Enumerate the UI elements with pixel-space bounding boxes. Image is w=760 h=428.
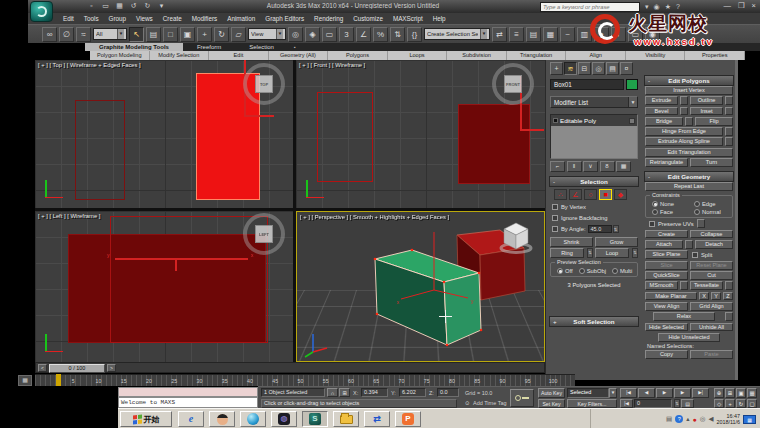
ring-spinner[interactable]: ⇅ <box>587 248 593 258</box>
preview-subobj-radio[interactable]: SubObj <box>579 268 606 274</box>
bevel-button[interactable]: Bevel <box>645 107 678 116</box>
menu-tools[interactable]: Tools <box>79 15 104 22</box>
hinge-from-edge-button[interactable]: Hinge From Edge <box>645 127 723 136</box>
unhide-all-button[interactable]: Unhide All <box>690 323 733 332</box>
constraint-normal-radio[interactable]: Normal <box>694 209 730 215</box>
current-frame-field[interactable]: 0 <box>634 399 672 409</box>
viewcube[interactable]: TOP <box>243 63 285 105</box>
key-filters-button[interactable]: Key Filters... <box>567 399 617 409</box>
modifier-stack[interactable]: Editable Poly <box>550 114 638 159</box>
ribbon-panel-subdivision[interactable]: Subdivision <box>447 51 507 60</box>
maximize-viewport-icon[interactable]: ▢ <box>747 399 757 409</box>
snaps-toggle-icon[interactable]: 3 <box>339 27 354 42</box>
y-button[interactable]: Y <box>711 292 721 301</box>
viewcube-face[interactable]: FRONT <box>504 75 522 93</box>
ribbon-panel-align[interactable]: Align <box>566 51 626 60</box>
ribbon-panel-modify-selection[interactable]: Modify Selection <box>150 51 210 60</box>
make-unique-icon[interactable]: ∨ <box>583 161 598 172</box>
new-scene-icon[interactable]: ▫ <box>86 1 97 11</box>
menu-animation[interactable]: Animation <box>222 15 260 22</box>
undo-icon[interactable]: ↺ <box>128 1 139 11</box>
layer-manager-icon[interactable]: ▤ <box>526 27 541 42</box>
input-method-icon[interactable]: ▦ <box>743 415 756 424</box>
viewport-front-label[interactable]: [ + ] [ Front ] [ Wireframe ] <box>299 62 365 68</box>
viewcube-face[interactable]: TOP <box>255 75 273 93</box>
object-color-swatch[interactable] <box>626 79 638 90</box>
hide-selected-button[interactable]: Hide Selected <box>645 323 688 332</box>
menu-modifiers[interactable]: Modifiers <box>187 15 223 22</box>
loop-spinner[interactable]: ⇅ <box>632 248 638 258</box>
mini-trackview-icon[interactable]: ▦ <box>18 375 32 386</box>
cd-tray-icon[interactable]: ◎ <box>700 415 706 423</box>
ribbon-panel-polygon-modeling[interactable]: Polygon Modeling <box>90 51 150 60</box>
chevron-down-icon[interactable]: ▼ <box>609 388 617 398</box>
soft-selection-rollout-header[interactable]: + Soft Selection <box>549 316 639 327</box>
dark-app-taskbar-icon[interactable]: ◍ <box>271 411 297 427</box>
grow-button[interactable]: Grow <box>595 237 638 247</box>
selection-lock-toggle[interactable]: ∩ <box>327 388 338 397</box>
edit-polygons-rollout-header[interactable]: - Edit Polygons <box>644 75 734 86</box>
viewcube-face[interactable]: LEFT <box>255 225 273 243</box>
select-by-name-icon[interactable]: ▤ <box>146 27 161 42</box>
select-and-scale-icon[interactable]: ▱ <box>231 27 246 42</box>
inset-settings-button[interactable] <box>725 107 733 116</box>
globe-taskbar-icon[interactable] <box>240 411 266 427</box>
cut-button[interactable]: Cut <box>690 271 733 280</box>
3dsmax-taskbar-icon[interactable]: S <box>302 411 328 427</box>
detach-button[interactable]: Detach <box>695 240 733 249</box>
auto-key-button[interactable]: Auto Key <box>538 388 565 398</box>
help-tray-icon[interactable]: ? <box>675 415 683 423</box>
ribbon-panel-loops[interactable]: Loops <box>388 51 448 60</box>
ribbon-tab-graphite-modeling-tools[interactable]: Graphite Modeling Tools <box>85 43 183 51</box>
pin-stack-icon[interactable]: ⌐ <box>550 161 565 172</box>
command-panel-scrollbar[interactable] <box>735 60 738 380</box>
open-file-icon[interactable]: ▭ <box>100 1 111 11</box>
by-angle-spinner[interactable]: ⇅ <box>613 225 619 233</box>
flip-button[interactable]: Flip <box>695 117 733 126</box>
polygon-subobject-icon[interactable]: ■ <box>599 189 612 200</box>
zoom-extents-all-icon[interactable]: ▦ <box>747 388 757 398</box>
y-coordinate-field[interactable]: 6.202 <box>399 388 426 397</box>
printer-tray-icon[interactable]: ▤ <box>666 415 672 423</box>
msmooth-button[interactable]: MSmooth <box>645 281 678 290</box>
outline-settings-button[interactable] <box>725 96 733 105</box>
outline-button[interactable]: Outline <box>690 96 723 105</box>
viewport-top-label[interactable]: [ + ] [ Top ] [ Wireframe + Edged Faces … <box>38 62 141 68</box>
window-crossing-icon[interactable]: ▣ <box>180 27 195 42</box>
show-end-result-icon[interactable]: ‖ <box>567 161 582 172</box>
extrude-along-spline-settings-button[interactable] <box>725 137 733 146</box>
remove-modifier-icon[interactable]: 8 <box>600 161 615 172</box>
configure-modifier-sets-icon[interactable]: ▦ <box>616 161 631 172</box>
reference-coordinate-dropdown[interactable]: View▼ <box>248 28 286 40</box>
zoom-icon[interactable]: ⊕ <box>714 388 724 398</box>
viewport-front[interactable]: [ + ] [ Front ] [ Wireframe ] FRONT <box>296 60 545 208</box>
ribbon-panel-geometry-all[interactable]: Geometry (All) <box>269 51 329 60</box>
ie-taskbar-icon[interactable]: e <box>178 411 204 427</box>
track-bar[interactable]: 5101520253035404550556065707580859095100 <box>35 374 575 386</box>
collapse-button[interactable]: Collapse <box>690 230 733 239</box>
time-configuration-icon[interactable]: ▤ <box>681 399 694 409</box>
shrink-button[interactable]: Shrink <box>550 237 593 247</box>
add-time-tag[interactable]: Add Time Tag <box>473 400 507 406</box>
z-coordinate-field[interactable]: 0.0 <box>437 388 459 397</box>
select-object-icon[interactable]: ↖ <box>129 27 144 42</box>
restore-button[interactable]: ❐ <box>738 1 745 11</box>
slice-plane-button[interactable]: Slice Plane <box>645 250 688 259</box>
box-wireframe[interactable] <box>317 92 373 182</box>
named-selection-sets-icon[interactable]: {} <box>407 27 422 42</box>
insert-vertex-button[interactable]: Insert Vertex <box>645 86 733 95</box>
display-tab-icon[interactable]: ▤ <box>606 62 619 75</box>
viewport-perspective[interactable]: [ + ] [ Perspective ] [ Smooth + Highlig… <box>296 211 545 362</box>
make-planar-button[interactable]: Make Planar <box>645 292 697 301</box>
repeat-last-button[interactable]: Repeat Last <box>645 182 733 191</box>
bind-to-space-warp-icon[interactable]: ≈ <box>76 27 91 42</box>
create-tab-icon[interactable]: + <box>550 62 563 75</box>
time-slider[interactable]: < 0 / 100 > <box>35 362 545 373</box>
modify-tab-icon[interactable]: ≋ <box>564 62 577 75</box>
field-of-view-icon[interactable]: ◇ <box>714 399 724 409</box>
start-button[interactable]: 开始 <box>120 411 172 427</box>
save-file-icon[interactable]: ▦ <box>114 1 125 11</box>
vertex-subobject-icon[interactable]: ∴ <box>554 189 567 200</box>
viewport-left-label[interactable]: [ + ] [ Left ] [ Wireframe ] <box>38 213 100 219</box>
modifier-stack-item[interactable]: Editable Poly <box>551 115 637 126</box>
